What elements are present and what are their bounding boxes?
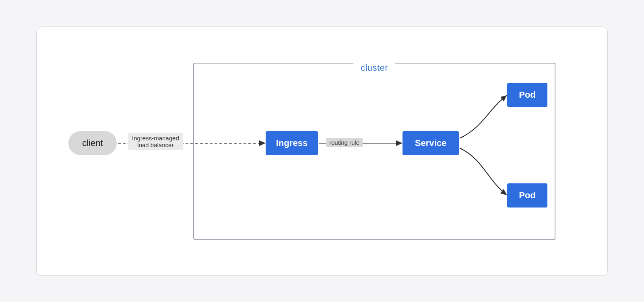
diagram-inner: cluster client Ingress-managed load bala… — [56, 47, 588, 256]
ingress-box: Ingress — [266, 131, 318, 155]
client-label: client — [82, 138, 103, 148]
pod-top-box: Pod — [507, 83, 547, 107]
lb-line1: Ingress-managed — [132, 135, 179, 142]
client-node: client — [68, 131, 117, 155]
pod-bottom-box: Pod — [507, 183, 547, 207]
service-label: Service — [415, 138, 446, 148]
lb-label: Ingress-managed load balancer — [128, 133, 183, 150]
cluster-label: cluster — [353, 63, 395, 73]
routing-rule-label: routing rule — [326, 138, 363, 147]
pod-bottom-label: Pod — [519, 190, 536, 201]
pod-top-label: Pod — [519, 90, 536, 100]
service-box: Service — [402, 131, 459, 155]
lb-line2: load balancer — [132, 142, 179, 148]
ingress-label: Ingress — [276, 138, 308, 148]
cluster-box: cluster — [193, 63, 555, 240]
diagram-card: cluster client Ingress-managed load bala… — [36, 27, 608, 276]
